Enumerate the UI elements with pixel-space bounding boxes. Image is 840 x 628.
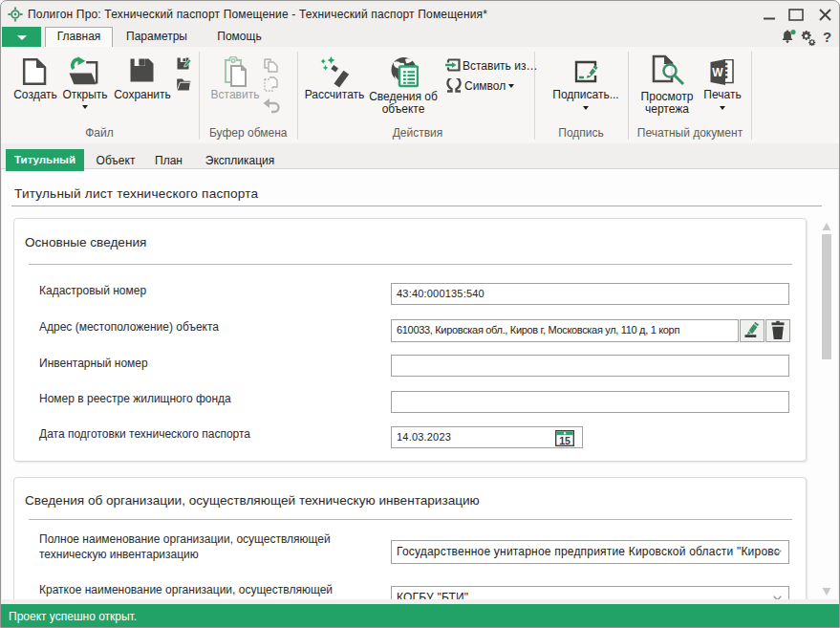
svg-text:W: W <box>712 66 723 79</box>
svg-text:15: 15 <box>559 435 571 446</box>
